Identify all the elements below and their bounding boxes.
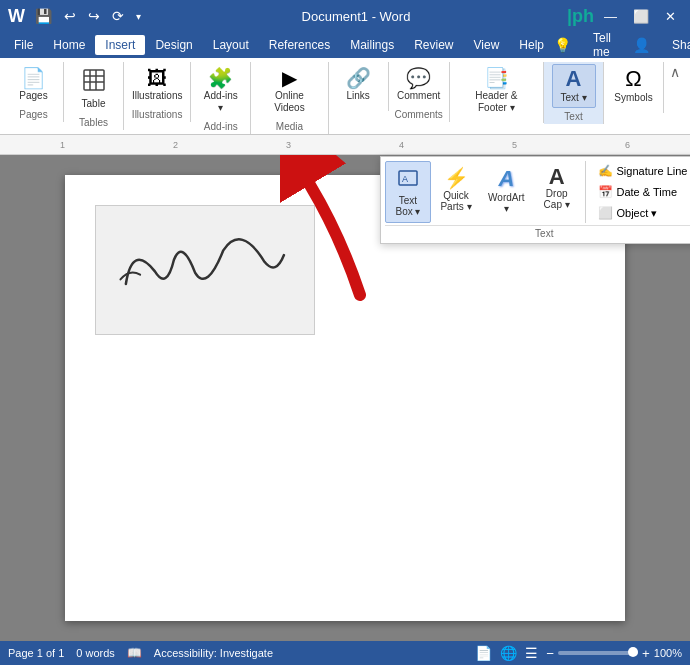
- share-button[interactable]: Share: [662, 35, 690, 55]
- popup-separator: [585, 161, 586, 223]
- page-info: Page 1 of 1: [8, 647, 64, 659]
- pages-group-label: Pages: [19, 106, 47, 122]
- header-footer-button[interactable]: 📑 Header & Footer ▾: [456, 64, 537, 118]
- addins-group-label: Add-ins: [204, 118, 238, 134]
- menu-home[interactable]: Home: [43, 35, 95, 55]
- text-box-icon: A: [396, 166, 420, 195]
- ribbon-group-header-footer: 📑 Header & Footer ▾: [450, 62, 544, 123]
- pages-button[interactable]: 📄 Pages: [12, 64, 56, 106]
- text-group-label: Text: [564, 108, 582, 124]
- object-icon: ⬜: [598, 206, 613, 220]
- ribbon-group-pages: 📄 Pages Pages: [4, 62, 64, 122]
- drop-cap-button[interactable]: A DropCap ▾: [534, 161, 580, 223]
- comment-button[interactable]: 💬 Comment: [391, 64, 446, 106]
- menu-file[interactable]: File: [4, 35, 43, 55]
- addins-icon: 🧩: [208, 68, 233, 88]
- menu-help[interactable]: Help: [509, 35, 554, 55]
- svg-text:A: A: [402, 174, 408, 184]
- addins-button[interactable]: 🧩 Add-ins ▾: [197, 64, 244, 118]
- table-button[interactable]: Table: [72, 64, 116, 114]
- comment-icon: 💬: [406, 68, 431, 88]
- signature-line-label: Signature Line ▾: [617, 165, 691, 178]
- quick-access-toolbar: 💾 ↩ ↪ ⟳ ▾: [31, 6, 145, 26]
- title-bar-right: |ph — ⬜ ✕: [567, 6, 682, 27]
- tables-group-label: Tables: [79, 114, 108, 130]
- text-box-label: TextBox ▾: [395, 195, 420, 217]
- table-icon: [82, 68, 106, 96]
- ribbon-content: 📄 Pages Pages: [4, 62, 686, 134]
- date-time-button[interactable]: 📅 Date & Time: [591, 182, 691, 202]
- accessibility-status[interactable]: Accessibility: Investigate: [154, 647, 273, 659]
- text-box-button[interactable]: A TextBox ▾: [385, 161, 431, 223]
- wordart-button[interactable]: A WordArt ▾: [481, 161, 532, 223]
- signature-line-button[interactable]: ✍ Signature Line ▾: [591, 161, 691, 181]
- menu-insert[interactable]: Insert: [95, 35, 145, 55]
- zoom-in-button[interactable]: +: [642, 646, 650, 661]
- view-outline-icon[interactable]: ☰: [525, 645, 538, 661]
- ribbon-group-addins: 🧩 Add-ins ▾ Add-ins: [191, 62, 251, 134]
- text-side-buttons: ✍ Signature Line ▾ 📅 Date & Time ⬜ Objec…: [591, 161, 691, 223]
- pages-icon: 📄: [21, 68, 46, 88]
- signature-image: [95, 205, 315, 335]
- view-normal-icon[interactable]: 📄: [475, 645, 492, 661]
- symbols-button[interactable]: Ω Symbols: [608, 64, 658, 108]
- wordart-icon: A: [498, 166, 514, 192]
- ribbon-group-links: 🔗 Links: [329, 62, 389, 111]
- tell-me-input[interactable]: Tell me: [583, 28, 621, 62]
- object-label: Object ▾: [617, 207, 658, 220]
- text-icon: A: [566, 68, 582, 90]
- menu-mailings[interactable]: Mailings: [340, 35, 404, 55]
- object-button[interactable]: ⬜ Object ▾: [591, 203, 691, 223]
- text-popup-panel: A TextBox ▾ ⚡ QuickParts ▾ A WordArt ▾: [380, 156, 690, 244]
- customize-button[interactable]: ▾: [132, 9, 145, 24]
- title-bar-center: Document1 - Word: [302, 9, 411, 24]
- zoom-out-button[interactable]: −: [546, 646, 554, 661]
- symbols-icon: Ω: [625, 68, 641, 90]
- zoom-bar: − + 100%: [546, 646, 682, 661]
- popup-text-label: Text: [385, 225, 690, 239]
- menu-view[interactable]: View: [464, 35, 510, 55]
- zoom-slider[interactable]: [558, 651, 638, 655]
- date-time-icon: 📅: [598, 185, 613, 199]
- links-button[interactable]: 🔗 Links: [336, 64, 380, 106]
- signature-text: [101, 208, 310, 332]
- online-videos-icon: ▶: [282, 68, 297, 88]
- illustrations-button[interactable]: 🖼 Illustrations: [126, 64, 189, 106]
- close-button[interactable]: ✕: [659, 7, 682, 26]
- ribbon-group-illustrations: 🖼 Illustrations Illustrations: [124, 62, 191, 122]
- menu-layout[interactable]: Layout: [203, 35, 259, 55]
- view-web-icon[interactable]: 🌐: [500, 645, 517, 661]
- word-logo-icon: W: [8, 6, 25, 27]
- table-label: Table: [82, 98, 106, 110]
- ribbon-group-text: A Text ▾ Text: [544, 62, 604, 124]
- drop-cap-icon: A: [549, 166, 565, 188]
- save-button[interactable]: 💾: [31, 6, 56, 26]
- quick-parts-button[interactable]: ⚡ QuickParts ▾: [433, 161, 479, 223]
- title-bar-left: W 💾 ↩ ↪ ⟳ ▾: [8, 6, 145, 27]
- menu-review[interactable]: Review: [404, 35, 463, 55]
- undo-button[interactable]: ↩: [60, 6, 80, 26]
- header-footer-icon: 📑: [484, 68, 509, 88]
- status-bar: Page 1 of 1 0 words 📖 Accessibility: Inv…: [0, 641, 690, 665]
- minimize-button[interactable]: —: [598, 7, 623, 26]
- maximize-button[interactable]: ⬜: [627, 7, 655, 26]
- proofing-icon: 📖: [127, 646, 142, 660]
- menu-design[interactable]: Design: [145, 35, 202, 55]
- menu-bar: File Home Insert Design Layout Reference…: [0, 32, 690, 58]
- text-button[interactable]: A Text ▾: [552, 64, 596, 108]
- word-count: 0 words: [76, 647, 115, 659]
- drop-cap-label: DropCap ▾: [544, 188, 570, 210]
- text-popup-row1: A TextBox ▾ ⚡ QuickParts ▾ A WordArt ▾: [385, 161, 690, 223]
- menu-references[interactable]: References: [259, 35, 340, 55]
- status-left: Page 1 of 1 0 words 📖 Accessibility: Inv…: [8, 646, 273, 660]
- signature-line-icon: ✍: [598, 164, 613, 178]
- ribbon-collapse-button[interactable]: ∧: [664, 62, 686, 82]
- ruler-content: 1 2 3 4 5 6: [0, 140, 690, 150]
- repeat-button[interactable]: ⟳: [108, 6, 128, 26]
- iph-icon: |ph: [567, 6, 594, 27]
- zoom-thumb: [628, 647, 638, 657]
- document-title: Document1 - Word: [302, 9, 411, 24]
- share-icon: 👤: [633, 37, 650, 53]
- online-videos-button[interactable]: ▶ Online Videos: [257, 64, 321, 118]
- redo-button[interactable]: ↪: [84, 6, 104, 26]
